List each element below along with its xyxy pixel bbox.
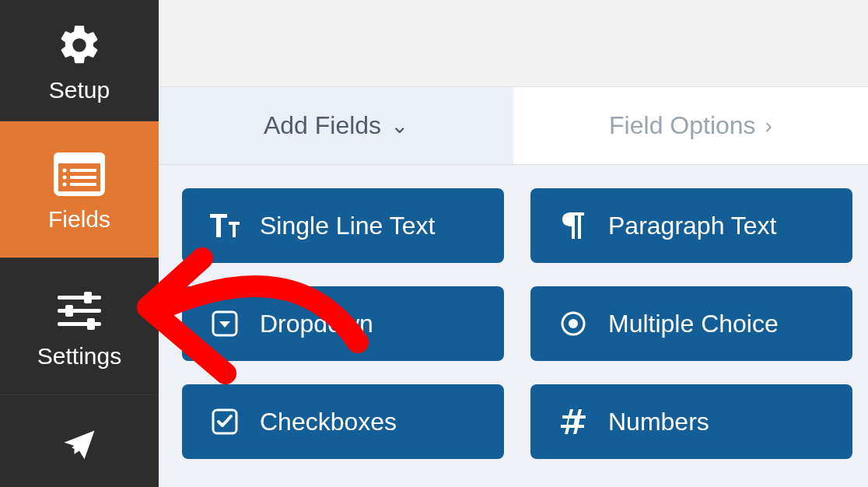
chevron-right-icon: › (765, 114, 772, 138)
sidebar-item-settings[interactable]: Settings (0, 258, 159, 395)
sidebar-item-label: Setup (49, 77, 110, 103)
pilcrow-icon (558, 211, 588, 240)
radio-icon (558, 309, 588, 338)
tab-field-options[interactable]: Field Options › (513, 87, 868, 164)
svg-rect-17 (87, 318, 95, 330)
svg-rect-16 (65, 305, 73, 317)
fields-grid: Single Line Text Paragraph Text Dropdown… (182, 188, 852, 459)
text-size-icon (210, 211, 240, 240)
sidebar-item-label: Fields (48, 206, 110, 233)
svg-rect-10 (70, 176, 96, 179)
sidebar-item-label: Settings (37, 343, 121, 370)
fields-area: Single Line Text Paragraph Text Dropdown… (159, 165, 868, 487)
chevron-down-icon: ⌄ (390, 113, 408, 138)
sidebar: Setup Fields (0, 0, 159, 487)
svg-rect-11 (70, 183, 96, 186)
megaphone-icon (55, 419, 103, 473)
field-checkboxes[interactable]: Checkboxes (182, 384, 504, 459)
field-paragraph-text[interactable]: Paragraph Text (530, 188, 852, 263)
sidebar-item-setup[interactable]: Setup (0, 0, 159, 121)
field-single-line-text[interactable]: Single Line Text (182, 188, 504, 263)
panel-tabs: Add Fields ⌄ Field Options › (159, 87, 868, 165)
tab-add-fields[interactable]: Add Fields ⌄ (159, 87, 513, 164)
svg-point-6 (63, 168, 67, 172)
svg-rect-15 (84, 292, 92, 303)
list-layout-icon (54, 147, 105, 201)
field-label: Checkboxes (260, 408, 397, 436)
sidebar-item-marketing[interactable] (0, 395, 159, 487)
checkbox-icon (210, 407, 240, 436)
field-label: Single Line Text (260, 212, 435, 240)
svg-rect-13 (58, 309, 101, 313)
field-numbers[interactable]: Numbers (530, 384, 852, 459)
top-bar (159, 0, 868, 87)
sidebar-item-fields[interactable]: Fields (0, 121, 159, 258)
field-dropdown[interactable]: Dropdown (182, 286, 504, 361)
svg-point-7 (63, 175, 67, 179)
svg-rect-9 (70, 169, 96, 172)
field-label: Paragraph Text (608, 212, 776, 240)
sliders-icon (54, 284, 104, 338)
tab-label: Field Options (609, 111, 756, 140)
field-label: Numbers (608, 408, 709, 436)
field-label: Multiple Choice (608, 310, 779, 338)
field-multiple-choice[interactable]: Multiple Choice (530, 286, 852, 361)
tab-label: Add Fields (264, 111, 381, 140)
svg-point-20 (569, 319, 578, 328)
gear-icon (56, 18, 103, 72)
svg-point-8 (63, 182, 67, 186)
main-panel: Add Fields ⌄ Field Options › Single Line… (159, 0, 868, 487)
field-label: Dropdown (260, 310, 373, 338)
hash-icon (558, 407, 588, 436)
svg-rect-12 (58, 296, 101, 300)
dropdown-icon (210, 309, 240, 338)
